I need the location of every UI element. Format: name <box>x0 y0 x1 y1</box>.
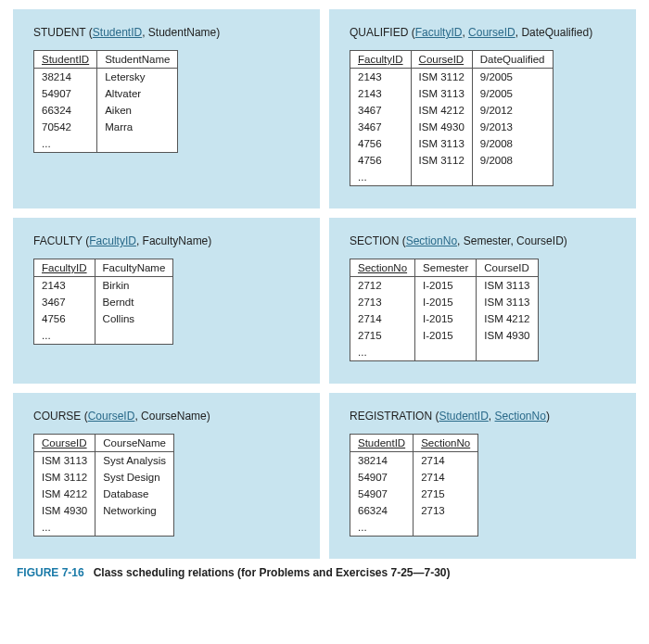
table-row: 549072715 <box>350 486 478 502</box>
table-cell: 4756 <box>34 310 95 327</box>
column-header: FacultyID <box>34 259 95 277</box>
table-cell: 2143 <box>350 69 412 86</box>
relation-table: StudentIDStudentName38214Letersky54907Al… <box>33 50 178 153</box>
table-cell: ISM 3113 <box>34 452 95 470</box>
relation-attr: FacultyID <box>415 26 463 39</box>
table-cell: Database <box>95 486 174 502</box>
table-row: 2713I-2015ISM 3113 <box>350 294 539 310</box>
relation-panel-registration: REGISTRATION (StudentID, SectionNo)Stude… <box>329 393 636 559</box>
table-cell <box>472 169 553 186</box>
table-cell: 54907 <box>34 85 97 102</box>
table-cell: Collins <box>95 310 173 327</box>
table-cell: ... <box>350 169 412 186</box>
column-header: CourseID <box>411 51 472 69</box>
relations-grid: STUDENT (StudentID, StudentName)StudentI… <box>13 9 636 559</box>
relation-attr: FacultyID <box>89 234 136 247</box>
relation-panel-course: COURSE (CourseID, CourseName)CourseIDCou… <box>13 393 320 559</box>
table-cell: 9/2008 <box>472 152 553 169</box>
table-cell: ... <box>34 327 95 345</box>
table-cell <box>95 327 173 345</box>
table-row: ... <box>34 135 178 153</box>
table-cell: 2712 <box>350 277 415 295</box>
relation-attr: StudentID <box>439 410 488 423</box>
table-cell: 2143 <box>350 85 412 102</box>
column-header: CourseID <box>477 259 538 277</box>
table-cell: Birkin <box>95 277 173 295</box>
table-row: 2143ISM 31139/2005 <box>350 85 554 102</box>
table-row: ... <box>34 327 173 345</box>
column-header: StudentID <box>34 51 97 69</box>
column-header: Semester <box>415 259 477 277</box>
column-header: CourseID <box>34 435 95 452</box>
column-header: StudentName <box>97 51 178 69</box>
table-cell: ISM 4930 <box>477 327 538 344</box>
table-cell: 4756 <box>350 135 412 152</box>
table-cell: 70542 <box>34 119 97 135</box>
table-cell: 2713 <box>350 294 415 310</box>
table-row: 2143ISM 31129/2005 <box>350 69 554 86</box>
table-cell <box>97 135 178 153</box>
table-cell <box>414 519 478 537</box>
relation-attr: StudentName <box>148 26 216 39</box>
table-row: 54907Altvater <box>34 85 178 102</box>
table-cell: 3467 <box>350 102 412 119</box>
table-cell: ISM 3113 <box>411 135 472 152</box>
table-row: 4756ISM 31139/2008 <box>350 135 554 152</box>
table-cell: ISM 3112 <box>411 69 472 86</box>
table-row: 38214Letersky <box>34 69 178 86</box>
relation-name: SECTION <box>350 234 399 247</box>
table-cell: 3467 <box>350 119 412 135</box>
column-header: SectionNo <box>414 435 478 452</box>
table-cell: ... <box>350 519 414 537</box>
table-cell: 2715 <box>414 486 478 502</box>
relation-title: SECTION (SectionNo, Semester, CourseID) <box>350 234 616 247</box>
relation-table: SectionNoSemesterCourseID2712I-2015ISM 3… <box>350 259 539 361</box>
column-header: CourseName <box>95 435 174 452</box>
relation-title: REGISTRATION (StudentID, SectionNo) <box>350 410 616 423</box>
table-cell: 66324 <box>350 502 414 519</box>
table-cell: 54907 <box>350 469 414 486</box>
column-header: StudentID <box>350 435 414 452</box>
table-row: 2143Birkin <box>34 277 173 295</box>
table-cell <box>411 169 472 186</box>
page-container: STUDENT (StudentID, StudentName)StudentI… <box>0 0 649 600</box>
table-cell: ISM 4212 <box>34 486 95 502</box>
table-cell: 38214 <box>350 452 414 470</box>
table-row: ISM 3112Syst Design <box>34 469 174 486</box>
table-row: 66324Aiken <box>34 102 178 119</box>
relation-attr: FacultyName <box>143 234 209 247</box>
table-cell: I-2015 <box>415 310 477 327</box>
relation-title: FACULTY (FacultyID, FacultyName) <box>33 234 299 247</box>
table-row: ... <box>350 519 478 537</box>
table-cell: ISM 4930 <box>34 502 95 519</box>
column-header: DateQualified <box>472 51 553 69</box>
table-cell: Networking <box>95 502 174 519</box>
column-header: FacultyID <box>350 51 412 69</box>
relation-attr: Semester <box>464 234 511 247</box>
table-row: 549072714 <box>350 469 478 486</box>
relation-attr: CourseName <box>141 410 207 423</box>
relation-name: QUALIFIED <box>350 26 408 39</box>
relation-attr: CourseID <box>468 26 515 39</box>
table-cell: ISM 4930 <box>411 119 472 135</box>
table-cell: 54907 <box>350 486 414 502</box>
table-row: ... <box>350 344 539 361</box>
table-cell: ISM 3113 <box>411 85 472 102</box>
table-row: 3467ISM 42129/2012 <box>350 102 554 119</box>
relation-attr: StudentID <box>93 26 142 39</box>
table-cell <box>477 344 538 361</box>
table-cell: 2714 <box>414 469 478 486</box>
table-cell: 38214 <box>34 69 97 86</box>
relation-name: STUDENT <box>33 26 85 39</box>
table-row: ISM 4212Database <box>34 486 174 502</box>
table-cell: ... <box>350 344 415 361</box>
table-cell: I-2015 <box>415 327 477 344</box>
table-cell: 2715 <box>350 327 415 344</box>
table-cell: Berndt <box>95 294 173 310</box>
table-cell: ISM 3113 <box>477 294 538 310</box>
relation-panel-faculty: FACULTY (FacultyID, FacultyName)FacultyI… <box>13 218 320 384</box>
table-cell: Marra <box>97 119 178 135</box>
relation-table: StudentIDSectionNo3821427145490727145490… <box>350 434 478 537</box>
table-row: 3467ISM 49309/2013 <box>350 119 554 135</box>
table-cell: 9/2013 <box>472 119 553 135</box>
